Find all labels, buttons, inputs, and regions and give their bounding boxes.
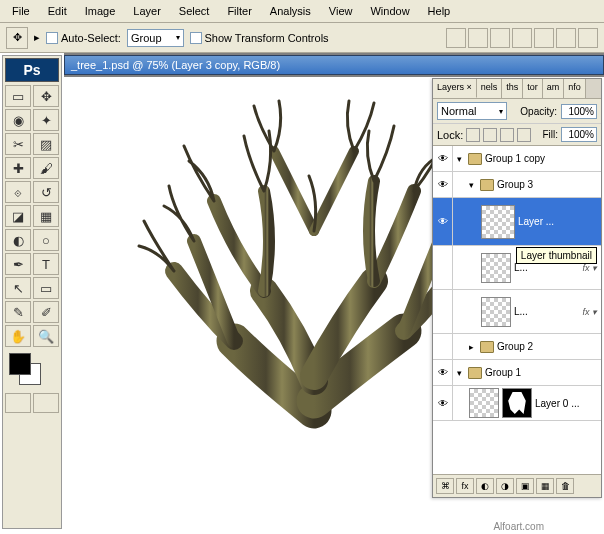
shape-tool[interactable]: ▭ (33, 277, 59, 299)
layer-row[interactable]: 👁▾Group 1 (433, 360, 601, 386)
layer-thumbnail[interactable] (469, 388, 499, 418)
panel-tab[interactable]: Layers × (433, 79, 477, 98)
layer-row[interactable]: 👁Layer 0 ... (433, 386, 601, 421)
visibility-toggle[interactable]: 👁 (433, 146, 453, 171)
gradient-tool[interactable]: ▦ (33, 205, 59, 227)
menu-window[interactable]: Window (362, 2, 417, 20)
align-btn[interactable] (556, 28, 576, 48)
align-btn[interactable] (446, 28, 466, 48)
auto-select-check[interactable]: Auto-Select: (46, 32, 121, 44)
lock-pos-btn[interactable] (500, 128, 514, 142)
mask-btn[interactable]: ◐ (476, 478, 494, 494)
disclosure-icon[interactable]: ▸ (469, 342, 477, 352)
fg-color[interactable] (9, 353, 31, 375)
align-btn[interactable] (490, 28, 510, 48)
layer-thumbnail[interactable] (481, 253, 511, 283)
opacity-field[interactable] (561, 104, 597, 119)
watermark: Alfoart.com (493, 521, 544, 532)
fx-btn[interactable]: fx (456, 478, 474, 494)
move-tool-icon[interactable]: ✥ (6, 27, 28, 49)
disclosure-icon[interactable]: ▾ (469, 180, 477, 190)
menu-help[interactable]: Help (420, 2, 459, 20)
eyedrop-tool[interactable]: ✐ (33, 301, 59, 323)
lock-trans-btn[interactable] (466, 128, 480, 142)
disclosure-icon[interactable]: ▾ (457, 154, 465, 164)
layer-thumbnail[interactable] (481, 205, 515, 239)
fill-field[interactable] (561, 127, 597, 142)
menu-select[interactable]: Select (171, 2, 218, 20)
menu-analysis[interactable]: Analysis (262, 2, 319, 20)
history-tool[interactable]: ↺ (33, 181, 59, 203)
fx-badge[interactable]: fx ▾ (582, 307, 597, 317)
slice-tool[interactable]: ▨ (33, 133, 59, 155)
notes-tool[interactable]: ✎ (5, 301, 31, 323)
crop-tool[interactable]: ✂ (5, 133, 31, 155)
layer-row[interactable]: 👁▾Group 1 copy (433, 146, 601, 172)
layer-row[interactable]: L...fx ▾ (433, 290, 601, 334)
mask-thumbnail[interactable] (502, 388, 532, 418)
menu-layer[interactable]: Layer (125, 2, 169, 20)
visibility-toggle[interactable] (433, 334, 453, 359)
align-btn[interactable] (534, 28, 554, 48)
panel-tab[interactable]: nfo (564, 79, 586, 98)
visibility-toggle[interactable] (433, 246, 453, 289)
lock-pixel-btn[interactable] (483, 128, 497, 142)
blur-tool[interactable]: ◐ (5, 229, 31, 251)
move-tool[interactable]: ✥ (33, 85, 59, 107)
panel-tab[interactable]: ths (502, 79, 523, 98)
lock-label: Lock: (437, 129, 463, 141)
align-btn[interactable] (512, 28, 532, 48)
panel-tab[interactable]: tor (523, 79, 543, 98)
layer-thumbnail[interactable] (481, 297, 511, 327)
fx-badge[interactable]: fx ▾ (582, 263, 597, 273)
layer-row[interactable]: ▸Group 2 (433, 334, 601, 360)
visibility-toggle[interactable]: 👁 (433, 386, 453, 420)
panel-tab[interactable]: am (543, 79, 565, 98)
menu-view[interactable]: View (321, 2, 361, 20)
layers-footer: ⌘ fx ◐ ◑ ▣ ▦ 🗑 (433, 474, 601, 497)
disclosure-icon[interactable]: ▾ (457, 368, 465, 378)
trash-btn[interactable]: 🗑 (556, 478, 574, 494)
blend-mode-dropdown[interactable]: Normal▾ (437, 102, 507, 120)
menu-filter[interactable]: Filter (219, 2, 259, 20)
menu-edit[interactable]: Edit (40, 2, 75, 20)
path-tool[interactable]: ↖ (5, 277, 31, 299)
quickmask-btn[interactable] (5, 393, 31, 413)
heal-tool[interactable]: ✚ (5, 157, 31, 179)
visibility-toggle[interactable]: 👁 (433, 198, 453, 245)
visibility-toggle[interactable]: 👁 (433, 172, 453, 197)
show-transform-check[interactable]: Show Transform Controls (190, 32, 329, 44)
folder-btn[interactable]: ▣ (516, 478, 534, 494)
layer-row[interactable]: 👁Layer ... (433, 198, 601, 246)
panel-tab[interactable]: nels (477, 79, 503, 98)
align-btn[interactable] (468, 28, 488, 48)
hand-tool[interactable]: ✋ (5, 325, 31, 347)
layer-name: Group 1 copy (485, 153, 545, 164)
adjust-btn[interactable]: ◑ (496, 478, 514, 494)
type-tool[interactable]: T (33, 253, 59, 275)
visibility-toggle[interactable] (433, 290, 453, 333)
layer-name: Group 1 (485, 367, 521, 378)
brush-tool[interactable]: 🖌 (33, 157, 59, 179)
layer-row[interactable]: 👁▾Group 3 (433, 172, 601, 198)
auto-select-dropdown[interactable]: Group▾ (127, 29, 184, 47)
menu-image[interactable]: Image (77, 2, 124, 20)
lasso-tool[interactable]: ◉ (5, 109, 31, 131)
menu-file[interactable]: File (4, 2, 38, 20)
dodge-tool[interactable]: ○ (33, 229, 59, 251)
folder-icon (480, 341, 494, 353)
pen-tool[interactable]: ✒ (5, 253, 31, 275)
screenmode-btn[interactable] (33, 393, 59, 413)
stamp-tool[interactable]: ⟐ (5, 181, 31, 203)
new-btn[interactable]: ▦ (536, 478, 554, 494)
link-btn[interactable]: ⌘ (436, 478, 454, 494)
zoom-tool[interactable]: 🔍 (33, 325, 59, 347)
wand-tool[interactable]: ✦ (33, 109, 59, 131)
layer-name: Layer ... (518, 216, 554, 227)
visibility-toggle[interactable]: 👁 (433, 360, 453, 385)
marquee-tool[interactable]: ▭ (5, 85, 31, 107)
color-swatch[interactable] (5, 353, 59, 389)
lock-all-btn[interactable] (517, 128, 531, 142)
eraser-tool[interactable]: ◪ (5, 205, 31, 227)
align-btn[interactable] (578, 28, 598, 48)
